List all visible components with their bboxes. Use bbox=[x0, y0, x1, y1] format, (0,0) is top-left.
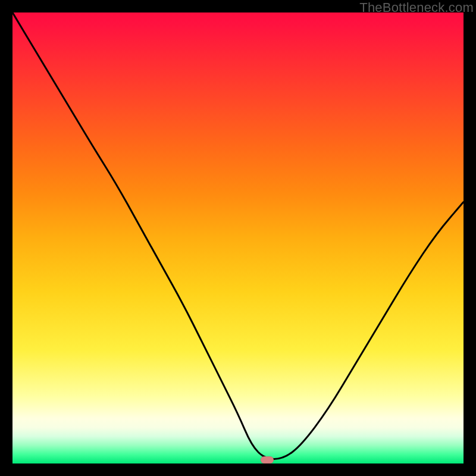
plot-area bbox=[12, 12, 464, 464]
optimal-marker-icon bbox=[261, 456, 274, 464]
bottleneck-curve bbox=[12, 12, 464, 464]
chart-frame: TheBottleneck.com bbox=[0, 0, 476, 476]
watermark-label: TheBottleneck.com bbox=[359, 0, 474, 15]
